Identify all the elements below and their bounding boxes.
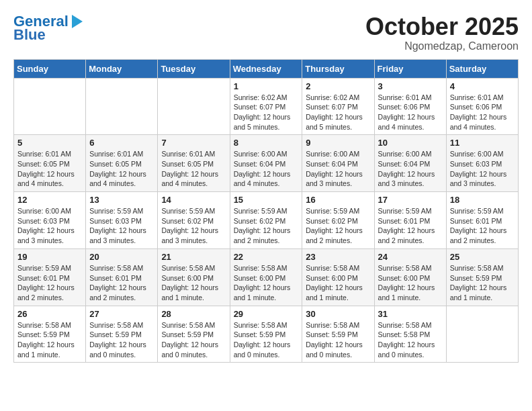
day-number: 15 bbox=[234, 195, 299, 205]
day-number: 25 bbox=[450, 252, 515, 262]
day-number: 16 bbox=[306, 195, 370, 205]
day-number: 18 bbox=[450, 195, 515, 205]
calendar-cell: 4Sunrise: 6:01 AM Sunset: 6:06 PM Daylig… bbox=[446, 78, 518, 135]
calendar-cell: 22Sunrise: 5:58 AM Sunset: 6:00 PM Dayli… bbox=[230, 248, 302, 306]
day-number: 10 bbox=[378, 138, 443, 148]
day-info: Sunrise: 5:58 AM Sunset: 6:00 PM Dayligh… bbox=[234, 263, 299, 303]
calendar-cell: 21Sunrise: 5:58 AM Sunset: 6:00 PM Dayli… bbox=[158, 248, 230, 306]
location: Ngomedzap, Cameroon bbox=[365, 40, 519, 52]
calendar-cell: 11Sunrise: 6:00 AM Sunset: 6:03 PM Dayli… bbox=[446, 135, 518, 192]
calendar-cell: 3Sunrise: 6:01 AM Sunset: 6:06 PM Daylig… bbox=[374, 78, 446, 135]
calendar-cell bbox=[158, 78, 230, 135]
day-number: 29 bbox=[234, 309, 299, 319]
calendar-header-row: SundayMondayTuesdayWednesdayThursdayFrid… bbox=[14, 59, 519, 78]
calendar-cell bbox=[446, 306, 518, 363]
day-number: 3 bbox=[378, 81, 443, 91]
day-number: 7 bbox=[161, 138, 226, 148]
weekday-header-wednesday: Wednesday bbox=[230, 59, 302, 78]
day-number: 1 bbox=[234, 81, 299, 91]
month-title: October 2025 bbox=[365, 13, 519, 40]
day-info: Sunrise: 5:59 AM Sunset: 6:01 PM Dayligh… bbox=[17, 263, 82, 303]
day-number: 24 bbox=[378, 252, 443, 262]
calendar-cell: 7Sunrise: 6:01 AM Sunset: 6:05 PM Daylig… bbox=[158, 135, 230, 192]
day-info: Sunrise: 6:01 AM Sunset: 6:06 PM Dayligh… bbox=[450, 93, 515, 132]
calendar-cell: 2Sunrise: 6:02 AM Sunset: 6:07 PM Daylig… bbox=[302, 78, 374, 135]
day-info: Sunrise: 6:01 AM Sunset: 6:05 PM Dayligh… bbox=[161, 149, 226, 189]
day-info: Sunrise: 5:58 AM Sunset: 5:59 PM Dayligh… bbox=[89, 320, 154, 360]
calendar-week-row: 1Sunrise: 6:02 AM Sunset: 6:07 PM Daylig… bbox=[14, 78, 519, 135]
day-number: 2 bbox=[306, 81, 370, 91]
day-number: 22 bbox=[234, 252, 299, 262]
day-info: Sunrise: 6:01 AM Sunset: 6:05 PM Dayligh… bbox=[89, 149, 154, 189]
day-info: Sunrise: 6:00 AM Sunset: 6:03 PM Dayligh… bbox=[450, 149, 515, 189]
weekday-header-saturday: Saturday bbox=[446, 59, 518, 78]
calendar-cell bbox=[86, 78, 158, 135]
calendar-cell bbox=[14, 78, 86, 135]
logo-blue: Blue bbox=[13, 27, 46, 43]
day-info: Sunrise: 6:00 AM Sunset: 6:04 PM Dayligh… bbox=[234, 149, 299, 189]
day-number: 12 bbox=[17, 195, 82, 205]
day-info: Sunrise: 5:58 AM Sunset: 6:00 PM Dayligh… bbox=[161, 263, 226, 303]
calendar-week-row: 5Sunrise: 6:01 AM Sunset: 6:05 PM Daylig… bbox=[14, 135, 519, 192]
day-number: 8 bbox=[234, 138, 299, 148]
calendar-cell: 1Sunrise: 6:02 AM Sunset: 6:07 PM Daylig… bbox=[230, 78, 302, 135]
day-info: Sunrise: 6:00 AM Sunset: 6:03 PM Dayligh… bbox=[17, 206, 82, 246]
day-number: 17 bbox=[378, 195, 443, 205]
weekday-header-thursday: Thursday bbox=[302, 59, 374, 78]
calendar-cell: 18Sunrise: 5:59 AM Sunset: 6:01 PM Dayli… bbox=[446, 192, 518, 249]
day-number: 21 bbox=[161, 252, 226, 262]
calendar-cell: 14Sunrise: 5:59 AM Sunset: 6:02 PM Dayli… bbox=[158, 192, 230, 249]
day-info: Sunrise: 6:00 AM Sunset: 6:04 PM Dayligh… bbox=[306, 149, 370, 189]
calendar-week-row: 19Sunrise: 5:59 AM Sunset: 6:01 PM Dayli… bbox=[14, 248, 519, 306]
day-number: 9 bbox=[306, 138, 370, 148]
day-number: 14 bbox=[161, 195, 226, 205]
day-info: Sunrise: 5:58 AM Sunset: 5:59 PM Dayligh… bbox=[450, 263, 515, 303]
calendar-table: SundayMondayTuesdayWednesdayThursdayFrid… bbox=[13, 59, 519, 363]
day-info: Sunrise: 5:58 AM Sunset: 5:58 PM Dayligh… bbox=[378, 320, 443, 360]
day-number: 31 bbox=[378, 309, 443, 319]
day-info: Sunrise: 5:59 AM Sunset: 6:01 PM Dayligh… bbox=[450, 206, 515, 246]
calendar-cell: 10Sunrise: 6:00 AM Sunset: 6:04 PM Dayli… bbox=[374, 135, 446, 192]
day-info: Sunrise: 5:58 AM Sunset: 5:59 PM Dayligh… bbox=[161, 320, 226, 360]
day-number: 28 bbox=[161, 309, 226, 319]
day-info: Sunrise: 6:01 AM Sunset: 6:06 PM Dayligh… bbox=[378, 93, 443, 132]
day-number: 4 bbox=[450, 81, 515, 91]
calendar-cell: 13Sunrise: 5:59 AM Sunset: 6:03 PM Dayli… bbox=[86, 192, 158, 249]
calendar-cell: 30Sunrise: 5:58 AM Sunset: 5:59 PM Dayli… bbox=[302, 306, 374, 363]
day-info: Sunrise: 5:58 AM Sunset: 5:59 PM Dayligh… bbox=[17, 320, 82, 360]
weekday-header-friday: Friday bbox=[374, 59, 446, 78]
day-number: 26 bbox=[17, 309, 82, 319]
calendar-cell: 8Sunrise: 6:00 AM Sunset: 6:04 PM Daylig… bbox=[230, 135, 302, 192]
calendar-cell: 28Sunrise: 5:58 AM Sunset: 5:59 PM Dayli… bbox=[158, 306, 230, 363]
day-info: Sunrise: 5:59 AM Sunset: 6:02 PM Dayligh… bbox=[234, 206, 299, 246]
calendar-cell: 19Sunrise: 5:59 AM Sunset: 6:01 PM Dayli… bbox=[14, 248, 86, 306]
day-info: Sunrise: 5:59 AM Sunset: 6:01 PM Dayligh… bbox=[378, 206, 443, 246]
day-info: Sunrise: 5:59 AM Sunset: 6:03 PM Dayligh… bbox=[89, 206, 154, 246]
day-number: 6 bbox=[89, 138, 154, 148]
day-info: Sunrise: 5:58 AM Sunset: 5:59 PM Dayligh… bbox=[306, 320, 370, 360]
calendar-week-row: 26Sunrise: 5:58 AM Sunset: 5:59 PM Dayli… bbox=[14, 306, 519, 363]
calendar-cell: 15Sunrise: 5:59 AM Sunset: 6:02 PM Dayli… bbox=[230, 192, 302, 249]
calendar-cell: 31Sunrise: 5:58 AM Sunset: 5:58 PM Dayli… bbox=[374, 306, 446, 363]
day-info: Sunrise: 5:59 AM Sunset: 6:02 PM Dayligh… bbox=[161, 206, 226, 246]
calendar-week-row: 12Sunrise: 6:00 AM Sunset: 6:03 PM Dayli… bbox=[14, 192, 519, 249]
day-number: 23 bbox=[306, 252, 370, 262]
weekday-header-sunday: Sunday bbox=[14, 59, 86, 78]
day-number: 11 bbox=[450, 138, 515, 148]
page-header: General Blue October 2025 Ngomedzap, Cam… bbox=[13, 13, 519, 52]
calendar-cell: 20Sunrise: 5:58 AM Sunset: 6:01 PM Dayli… bbox=[86, 248, 158, 306]
day-info: Sunrise: 5:58 AM Sunset: 6:01 PM Dayligh… bbox=[89, 263, 154, 303]
calendar-cell: 6Sunrise: 6:01 AM Sunset: 6:05 PM Daylig… bbox=[86, 135, 158, 192]
weekday-header-monday: Monday bbox=[86, 59, 158, 78]
day-number: 27 bbox=[89, 309, 154, 319]
day-info: Sunrise: 5:58 AM Sunset: 5:59 PM Dayligh… bbox=[234, 320, 299, 360]
calendar-cell: 12Sunrise: 6:00 AM Sunset: 6:03 PM Dayli… bbox=[14, 192, 86, 249]
day-info: Sunrise: 5:59 AM Sunset: 6:02 PM Dayligh… bbox=[306, 206, 370, 246]
weekday-header-tuesday: Tuesday bbox=[158, 59, 230, 78]
day-number: 5 bbox=[17, 138, 82, 148]
calendar-cell: 17Sunrise: 5:59 AM Sunset: 6:01 PM Dayli… bbox=[374, 192, 446, 249]
title-section: October 2025 Ngomedzap, Cameroon bbox=[365, 13, 519, 52]
calendar-cell: 23Sunrise: 5:58 AM Sunset: 6:00 PM Dayli… bbox=[302, 248, 374, 306]
day-info: Sunrise: 6:02 AM Sunset: 6:07 PM Dayligh… bbox=[306, 93, 370, 132]
calendar-cell: 24Sunrise: 5:58 AM Sunset: 6:00 PM Dayli… bbox=[374, 248, 446, 306]
